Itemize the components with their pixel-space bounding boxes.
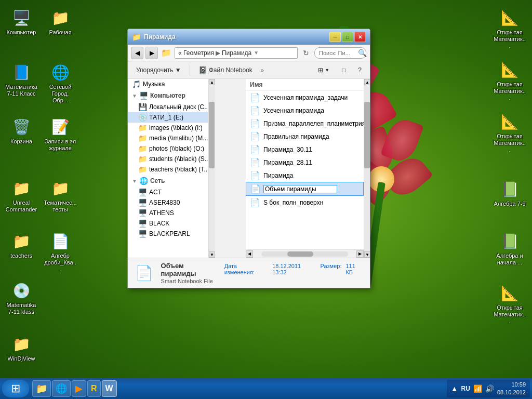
breadcrumb-root: « Геометрия — [178, 49, 214, 57]
h-scroll-left[interactable]: ◀ — [246, 250, 253, 258]
file-item-0[interactable]: 📄 Усеченная пирамида_задачи — [246, 91, 364, 104]
tray-arrow-up[interactable]: ▲ — [451, 384, 458, 393]
h-scrollbar[interactable]: ◀ ▶ — [246, 249, 364, 258]
nav-drive-0[interactable]: 💾 Локальный диск (С... — [128, 102, 208, 112]
status-info: Объем пирамиды Дата изменения: 18.12.201… — [161, 262, 364, 285]
desktop-icon-otkr-mat2[interactable]: 📐 Открытая Математик... — [491, 57, 528, 104]
nav-drive-2[interactable]: 📁 images (\\black) (I:) — [128, 123, 208, 133]
file-item-6[interactable]: 📄 Пирамида — [246, 169, 364, 182]
nav-net-0[interactable]: 🖥️ ACT — [128, 187, 208, 197]
taskbar-media[interactable]: ▶ — [72, 380, 86, 397]
nav-scroll-down[interactable]: ▼ — [209, 251, 215, 258]
nav-drive-5[interactable]: 📁 students (\\black) (S... — [128, 154, 208, 164]
nav-net-3[interactable]: 🖥️ BLACK — [128, 218, 208, 229]
maximize-button[interactable]: □ — [342, 32, 353, 42]
file-scroll-track[interactable] — [364, 85, 370, 251]
nav-drive-6[interactable]: 📁 teachers (\\black) (T... — [128, 164, 208, 175]
desktop-icon-algebra-nachala[interactable]: 📗 Алгебра и начала ... — [491, 229, 528, 268]
file-4-icon: 📄 — [250, 144, 260, 154]
file-2-icon: 📄 — [250, 118, 260, 128]
preview-button[interactable]: □ — [338, 65, 350, 75]
taskbar-word[interactable]: W — [102, 380, 117, 397]
back-button[interactable]: ◀ — [131, 47, 143, 59]
desktop-icon-algebra79[interactable]: 📗 Алгебра 7-9 — [491, 177, 528, 209]
desktop-icon-teachers[interactable]: 📁 teachers — [3, 229, 40, 261]
nav-net-2[interactable]: 🖥️ ATHENS — [128, 208, 208, 218]
title-bar: 📁 Пирамида ─ □ ✕ — [128, 29, 370, 45]
desktop-icon-matematika-klass[interactable]: 💿 Matematika 7-11 klass — [3, 278, 40, 317]
file-item-2[interactable]: 📄 Призма_параллелеп_планиметрия — [246, 117, 364, 130]
view-button[interactable]: ⊞ ▼ — [314, 65, 334, 75]
nav-panel: 🎵 Музыка ▼ 🖥️ Компьютер 💾 Локальный диск… — [128, 79, 208, 258]
nav-network-header[interactable]: ▼ 🌐 Сеть — [128, 175, 208, 187]
help-button[interactable]: ? — [354, 65, 366, 75]
setevoy-label: Сетевой Город, Обр... — [44, 84, 77, 104]
network-expand-icon: ▼ — [132, 178, 137, 184]
nav-net-1[interactable]: 🖥️ ASER4830 — [128, 197, 208, 208]
nav-scroll-track[interactable] — [209, 85, 215, 251]
teachers-icon: 📁 — [11, 231, 32, 251]
forward-button[interactable]: ▶ — [145, 47, 158, 59]
nav-music[interactable]: 🎵 Музыка — [128, 79, 208, 89]
file-scroll-down[interactable]: ▼ — [364, 251, 370, 258]
file-item-5[interactable]: 📄 Пирамида_28.11 — [246, 156, 364, 169]
file-item-4[interactable]: 📄 Пирамида_30.11 — [246, 143, 364, 156]
nav-drive-4[interactable]: 📁 photos (\\black) (O:) — [128, 143, 208, 154]
h-scroll-right[interactable]: ▶ — [356, 250, 364, 258]
nav-scroll-up[interactable]: ▲ — [209, 79, 215, 85]
file-item-3[interactable]: 📄 Правильная пирамида — [246, 130, 364, 143]
desktop-icon-otkr-mat4[interactable]: 📐 Открытая Математик... — [491, 281, 528, 327]
desktop-icon-otkr-mat1[interactable]: 📐 Открытая Математик... — [491, 5, 528, 52]
nav-drive-4-label: photos (\\black) (O:) — [149, 145, 204, 152]
taskbar-ie[interactable]: 🌐 — [52, 380, 71, 397]
desktop-icon-algebra-drobi[interactable]: 📄 Алгебр дроби_Ква... — [42, 229, 79, 275]
breadcrumb-dropdown-arrow[interactable]: ▼ — [254, 50, 259, 56]
desktop-icon-otkr-mat3[interactable]: 📐 Открытая Математик... — [491, 109, 528, 156]
nav-scrollbar[interactable]: ▲ ▼ — [208, 79, 215, 258]
korzina-label: Корзина — [10, 138, 32, 145]
computer-icon: 🖥️ — [139, 91, 148, 100]
organize-button[interactable]: Упорядочить ▼ — [132, 65, 185, 75]
desktop-icon-zapisi[interactable]: 📝 Записи в эл журнале — [42, 114, 79, 154]
filenote-button[interactable]: 📓 Файл Notebook — [194, 64, 257, 76]
toolbar-more-button[interactable]: » — [261, 67, 264, 73]
nav-drive-3[interactable]: 📁 media (\\malibu) (M... — [128, 133, 208, 143]
file-item-1[interactable]: 📄 Усеченная пирамида — [246, 104, 364, 117]
status-bar: 📄 Объем пирамиды Дата изменения: 18.12.2… — [128, 258, 370, 288]
desktop-icon-setevoy[interactable]: 🌐 Сетевой Город, Обр... — [42, 60, 79, 107]
address-breadcrumb[interactable]: « Геометрия ▶ Пирамида ▼ — [175, 47, 298, 59]
nav-drive-1[interactable]: 💿 ТАТИ_1 (E:) — [128, 112, 208, 123]
desktop-icon-korzina[interactable]: 🗑️ Корзина — [3, 114, 40, 147]
taskbar-explorer[interactable]: 📁 — [32, 380, 51, 397]
file-item-7[interactable]: 📄 — [246, 182, 364, 196]
net-4-icon: 🖥️ — [138, 230, 147, 238]
file-7-name-input[interactable] — [264, 185, 337, 193]
file-item-8[interactable]: 📄 S бок_полн_поверхн — [246, 196, 364, 209]
nav-computer-header[interactable]: ▼ 🖥️ Компьютер — [128, 89, 208, 102]
tray-language[interactable]: RU — [461, 385, 470, 392]
help-icon: ? — [358, 66, 362, 74]
window-title: Пирамида — [144, 33, 176, 41]
desktop-icon-tematicheskie[interactable]: 📁 Тематичес... тесты — [42, 176, 79, 215]
file-scroll-up[interactable]: ▲ — [364, 79, 370, 85]
close-button[interactable]: ✕ — [354, 32, 366, 42]
desktop-icon-kompyuter[interactable]: 🖥️ Компьютер — [3, 5, 40, 38]
desktop-icon-matematika[interactable]: 📘 Математика 7-11 Класс — [3, 60, 40, 99]
refresh-button[interactable]: ↻ — [300, 47, 312, 59]
drive-6-icon: 📁 — [138, 165, 147, 174]
file-scrollbar[interactable]: ▲ ▼ — [364, 79, 370, 258]
desktop-icon-unreal[interactable]: 📁 Unreal Commander — [3, 176, 40, 215]
otkr-mat4-label: Открытая Математик... — [493, 304, 526, 325]
matematika-klass-icon: 💿 — [11, 280, 32, 301]
desktop-icon-rabochaya[interactable]: 📁 Рабочая — [42, 5, 79, 38]
otkr-mat2-icon: 📐 — [499, 59, 520, 80]
h-scroll-track[interactable] — [261, 251, 348, 257]
start-button[interactable]: ⊞ — [2, 380, 29, 397]
status-file-type: Smart Notebook File — [161, 278, 213, 284]
taskbar-rocket[interactable]: R — [87, 380, 101, 397]
desktop-icon-windj[interactable]: 📁 WinDjView — [3, 331, 40, 364]
nav-net-4-label: BLACKPEARL — [149, 230, 190, 237]
nav-drive-2-label: images (\\black) (I:) — [149, 124, 203, 131]
nav-net-4[interactable]: 🖥️ BLACKPEARL — [128, 229, 208, 239]
minimize-button[interactable]: ─ — [329, 32, 341, 42]
